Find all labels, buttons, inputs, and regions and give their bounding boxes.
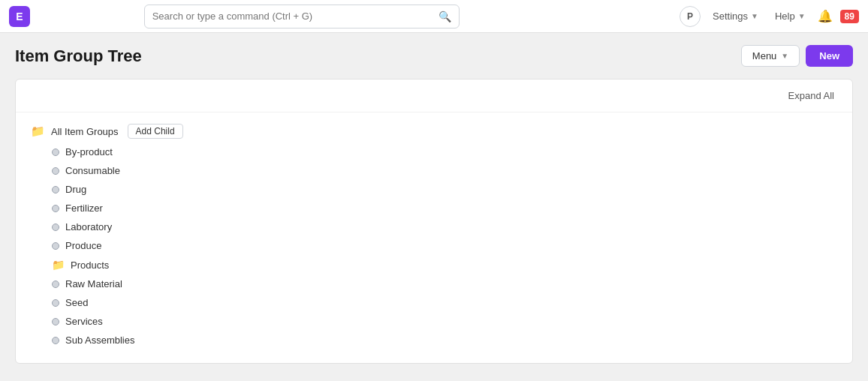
settings-chevron-icon: ▼ xyxy=(751,12,758,20)
user-avatar[interactable]: P xyxy=(680,6,701,27)
dot-icon xyxy=(52,280,59,288)
dot-icon xyxy=(52,186,59,194)
expand-all-button[interactable]: Expand All xyxy=(782,87,840,104)
tree-item[interactable]: Laboratory xyxy=(49,218,840,236)
menu-label: Menu xyxy=(752,50,777,62)
tree-item-label: Fertilizer xyxy=(65,202,103,214)
help-chevron-icon: ▼ xyxy=(798,12,806,20)
dot-icon xyxy=(52,148,59,156)
tree-item-label: Sub Assemblies xyxy=(65,334,135,346)
tree-item[interactable]: Produce xyxy=(49,236,840,255)
tree-item[interactable]: Seed xyxy=(49,293,840,312)
tree-item[interactable]: Sub Assemblies xyxy=(49,331,840,350)
content-toolbar: Expand All xyxy=(16,80,852,112)
dot-icon xyxy=(52,337,59,344)
add-child-button[interactable]: Add Child xyxy=(128,124,183,139)
dot-icon xyxy=(52,318,59,326)
help-button[interactable]: Help ▼ xyxy=(770,8,810,25)
tree-item-label: Produce xyxy=(65,240,101,251)
folder-icon: 📁 xyxy=(52,259,65,271)
tree-item-label: Drug xyxy=(65,184,86,195)
search-bar: 🔍 xyxy=(144,4,460,28)
dot-icon xyxy=(52,205,59,212)
menu-button[interactable]: Menu ▼ xyxy=(741,45,800,67)
tree-item-label: Products xyxy=(71,260,109,271)
page-header-actions: Menu ▼ New xyxy=(741,45,853,67)
tree-item[interactable]: Services xyxy=(49,312,840,331)
dot-icon xyxy=(52,299,59,307)
search-icon: 🔍 xyxy=(439,10,451,22)
tree-item[interactable]: 📁Products xyxy=(49,255,840,274)
dot-icon xyxy=(52,167,59,175)
tree-item-label: By-product xyxy=(65,146,113,158)
tree-container: 📁 All Item Groups Add Child By-productCo… xyxy=(16,112,852,357)
notification-badge[interactable]: 89 xyxy=(840,10,859,23)
tree-item[interactable]: Raw Material xyxy=(49,274,840,293)
navbar-right: P Settings ▼ Help ▼ 🔔 89 xyxy=(680,6,859,27)
new-button[interactable]: New xyxy=(806,45,853,67)
tree-item[interactable]: By-product xyxy=(49,142,840,161)
tree-item[interactable]: Drug xyxy=(49,180,840,199)
tree-item-label: Seed xyxy=(65,297,88,308)
tree-root-label: All Item Groups xyxy=(51,126,119,137)
dot-icon xyxy=(52,224,59,231)
tree-root-item[interactable]: 📁 All Item Groups Add Child xyxy=(28,120,840,142)
tree-item[interactable]: Consumable xyxy=(49,161,840,180)
dot-icon xyxy=(52,242,59,250)
search-input[interactable] xyxy=(152,10,434,22)
settings-label: Settings xyxy=(713,10,748,22)
page-title: Item Group Tree xyxy=(15,46,142,66)
tree-item[interactable]: Fertilizer xyxy=(49,199,840,218)
settings-button[interactable]: Settings ▼ xyxy=(708,8,763,25)
tree-item-label: Services xyxy=(65,316,103,327)
navbar: E 🔍 P Settings ▼ Help ▼ 🔔 89 xyxy=(0,0,868,33)
help-label: Help xyxy=(775,10,795,22)
menu-chevron-icon: ▼ xyxy=(781,52,788,60)
content-area: Expand All 📁 All Item Groups Add Child B… xyxy=(15,79,853,364)
root-folder-icon: 📁 xyxy=(31,124,45,138)
tree-children: By-productConsumableDrugFertilizerLabora… xyxy=(28,142,840,350)
tree-item-label: Raw Material xyxy=(65,278,122,290)
tree-item-label: Laboratory xyxy=(65,221,112,232)
app-logo[interactable]: E xyxy=(9,6,30,27)
page-header: Item Group Tree Menu ▼ New xyxy=(0,33,868,79)
bell-icon[interactable]: 🔔 xyxy=(818,9,833,23)
tree-item-label: Consumable xyxy=(65,165,120,176)
